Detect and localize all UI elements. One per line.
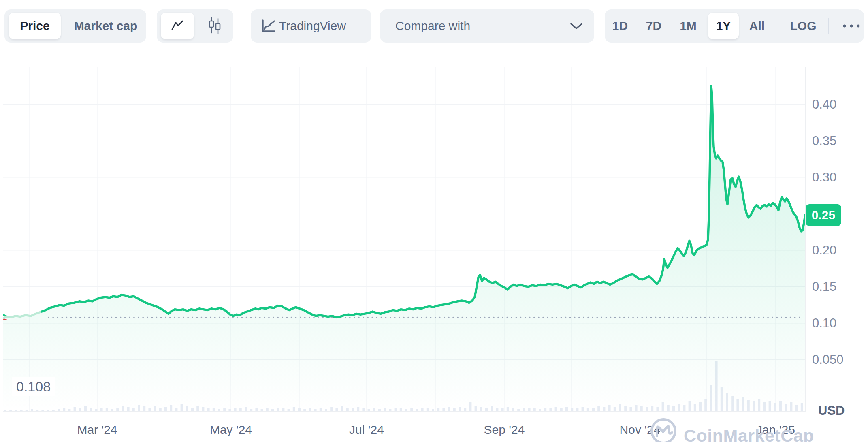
compare-with-dropdown[interactable]: Compare with xyxy=(380,9,594,43)
line-chart-icon xyxy=(171,19,184,32)
tradingview-button[interactable]: TradingView xyxy=(251,9,371,43)
ellipsis-icon xyxy=(842,22,861,30)
watermark-label: CoinMarketCap xyxy=(684,421,814,442)
coinmarketcap-watermark: CoinMarketCap xyxy=(643,416,814,442)
y-axis-tick: 0.20 xyxy=(812,243,836,258)
y-axis-tick: 0.40 xyxy=(812,97,836,112)
timeframe-7d-button[interactable]: 7D xyxy=(638,9,669,43)
candlestick-icon xyxy=(208,17,222,35)
timeframe-all-button[interactable]: All xyxy=(742,9,772,43)
x-axis-tick: May '24 xyxy=(210,423,252,437)
y-axis-tick: 0.30 xyxy=(812,170,836,185)
price-toggle-button[interactable]: Price xyxy=(9,13,61,39)
price-toggle-label: Price xyxy=(9,13,61,39)
y-axis-tick: 0.050 xyxy=(812,352,844,367)
log-scale-button[interactable]: LOG xyxy=(788,9,819,43)
timeframe-group: 1D 7D 1M 1Y All LOG xyxy=(605,9,864,43)
x-axis-tick: Jul '24 xyxy=(349,423,384,437)
coinmarketcap-logo-icon xyxy=(649,416,678,442)
tradingview-label: TradingView xyxy=(279,9,364,43)
currency-unit-label: USD xyxy=(818,404,845,418)
chevron-down-icon xyxy=(569,22,584,30)
y-axis-tick: 0.15 xyxy=(812,280,836,294)
series-toggle-group: Price Market cap xyxy=(4,9,146,43)
more-options-button[interactable] xyxy=(838,9,864,43)
y-axis-tick: 0.35 xyxy=(812,134,836,148)
price-chart-area[interactable]: CoinMarketCap 0.108 xyxy=(3,67,806,412)
timeframe-1y-label: 1Y xyxy=(708,13,739,39)
timeframe-1m-button[interactable]: 1M xyxy=(673,9,704,43)
line-chart-type-button[interactable] xyxy=(161,13,194,39)
tradingview-chart-icon xyxy=(260,19,277,33)
price-line-plot[interactable] xyxy=(3,67,805,411)
candlestick-chart-type-button[interactable] xyxy=(200,13,229,39)
chart-type-toggle-group xyxy=(157,9,233,43)
compare-with-label: Compare with xyxy=(395,9,517,43)
separator xyxy=(778,18,778,34)
x-axis-tick: Sep '24 xyxy=(484,423,525,437)
reference-price-label: 0.108 xyxy=(12,377,55,396)
x-axis-tick: Mar '24 xyxy=(77,423,117,437)
y-axis-tick: 0.10 xyxy=(812,316,836,331)
separator xyxy=(828,18,829,34)
timeframe-1d-button[interactable]: 1D xyxy=(605,9,636,43)
marketcap-toggle-button[interactable]: Market cap xyxy=(61,9,151,43)
current-price-badge: 0.25 xyxy=(806,204,841,226)
timeframe-1y-button[interactable]: 1Y xyxy=(708,13,739,39)
